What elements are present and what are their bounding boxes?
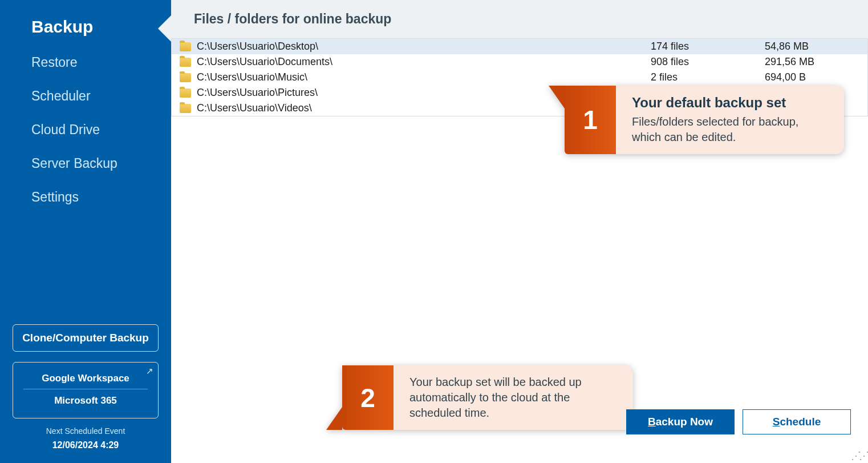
file-count: 174 files <box>651 41 765 53</box>
next-scheduled-time: 12/06/2024 4:29 <box>13 440 159 450</box>
callout-badge: 1 <box>565 86 616 154</box>
sidebar-item-server-backup[interactable]: Server Backup <box>0 147 171 180</box>
file-size: 54,86 MB <box>765 41 867 53</box>
sidebar-item-restore[interactable]: Restore <box>0 46 171 79</box>
folder-icon <box>180 88 191 98</box>
service-microsoft-365[interactable]: Microsoft 365 <box>23 389 148 411</box>
resize-grip-icon[interactable]: ⋰⋰ <box>851 449 867 462</box>
file-size: 694,00 B <box>765 71 867 83</box>
clone-computer-backup-button[interactable]: Clone/Computer Backup <box>13 324 159 352</box>
callout-1: 1 Your default backup set Files/folders … <box>565 86 844 154</box>
schedule-button[interactable]: Schedule <box>743 409 851 434</box>
sidebar: Backup Restore Scheduler Cloud Drive Ser… <box>0 0 171 463</box>
folder-icon <box>180 104 191 113</box>
callout-2: 2 Your backup set will be backed up auto… <box>342 365 633 430</box>
file-count: 2 files <box>651 71 765 83</box>
sidebar-bottom: Clone/Computer Backup ↗ Google Workspace… <box>0 324 171 463</box>
callout-body: Your backup set will be backed up automa… <box>394 365 633 430</box>
sidebar-item-scheduler[interactable]: Scheduler <box>0 79 171 113</box>
callout-badge: 2 <box>342 365 394 430</box>
file-path: C:\Users\Usuario\Desktop\ <box>197 41 651 53</box>
file-path: C:\Users\Usuario\Documents\ <box>197 56 651 68</box>
external-link-icon: ↗ <box>146 366 153 376</box>
callout-desc: Your backup set will be backed up automa… <box>409 375 617 421</box>
folder-icon <box>180 42 191 51</box>
backup-now-button[interactable]: Backup Now <box>626 409 735 434</box>
callout-desc: Files/folders selected for backup, which… <box>632 114 828 145</box>
file-size: 291,56 MB <box>765 56 867 68</box>
folder-icon <box>180 73 191 82</box>
sidebar-item-settings[interactable]: Settings <box>0 180 171 214</box>
service-google-workspace[interactable]: Google Workspace <box>13 368 158 389</box>
file-path: C:\Users\Usuario\Music\ <box>197 71 651 83</box>
file-row[interactable]: C:\Users\Usuario\Desktop\ 174 files 54,8… <box>172 39 867 54</box>
folder-icon <box>180 58 191 67</box>
footer-buttons: Backup Now Schedule <box>626 409 851 434</box>
file-row[interactable]: C:\Users\Usuario\Documents\ 908 files 29… <box>172 54 867 70</box>
page-title: Files / folders for online backup <box>171 0 868 39</box>
sidebar-nav: Backup Restore Scheduler Cloud Drive Ser… <box>0 11 171 214</box>
next-scheduled-label: Next Scheduled Event <box>13 426 159 436</box>
main-panel: Files / folders for online backup C:\Use… <box>171 0 868 463</box>
callout-body: Your default backup set Files/folders se… <box>616 86 844 154</box>
services-box: ↗ Google Workspace Microsoft 365 <box>13 362 159 418</box>
sidebar-item-backup[interactable]: Backup <box>0 11 171 46</box>
callout-title: Your default backup set <box>632 95 828 111</box>
file-row[interactable]: C:\Users\Usuario\Music\ 2 files 694,00 B <box>172 70 867 85</box>
sidebar-item-cloud-drive[interactable]: Cloud Drive <box>0 113 171 147</box>
file-count: 908 files <box>651 56 765 68</box>
